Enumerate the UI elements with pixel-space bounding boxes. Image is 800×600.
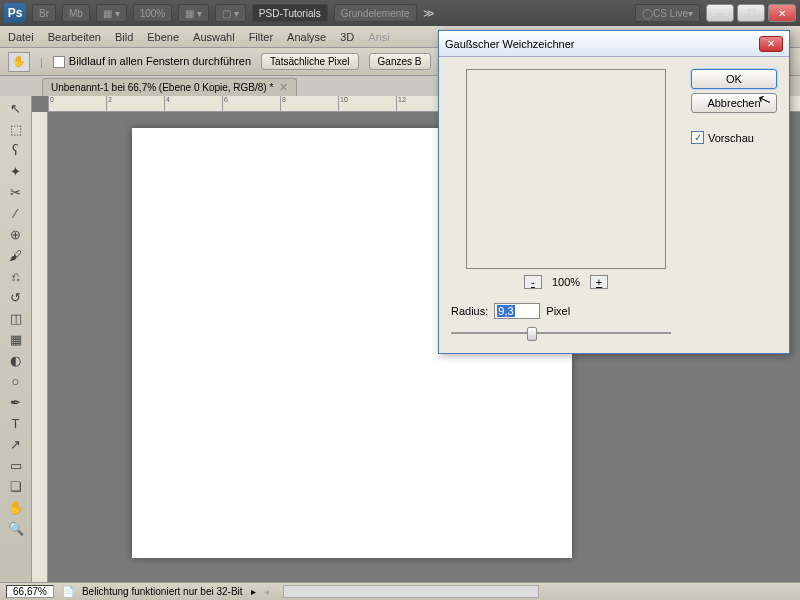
wand-tool[interactable]: ✦ [4, 161, 28, 181]
more-icon[interactable]: ≫ [423, 7, 435, 20]
menu-bearbeiten[interactable]: Bearbeiten [48, 31, 101, 43]
history-brush-tool[interactable]: ↺ [4, 287, 28, 307]
workspace-tab-1[interactable]: PSD-Tutorials [252, 4, 328, 22]
extras-button[interactable]: ▦ ▾ [96, 4, 127, 22]
eraser-tool[interactable]: ◫ [4, 308, 28, 328]
marquee-tool[interactable]: ⬚ [4, 119, 28, 139]
hand-tool-icon[interactable]: ✋ [8, 52, 30, 72]
hscrollbar[interactable] [283, 585, 540, 598]
status-zoom[interactable]: 66,67% [6, 585, 54, 598]
ruler-vertical [32, 112, 48, 582]
radius-input[interactable]: 9,3 [494, 303, 540, 319]
type-tool[interactable]: T [4, 413, 28, 433]
preview-label: Vorschau [708, 132, 754, 144]
gaussian-blur-dialog: Gaußscher Weichzeichner ✕ - 100% + Radiu… [438, 30, 790, 354]
brush-tool[interactable]: 🖌 [4, 245, 28, 265]
tab-close-icon[interactable]: ✕ [279, 81, 288, 94]
app-titlebar: Ps Br Mb ▦ ▾ 100% ▦ ▾ ▢ ▾ PSD-Tutorials … [0, 0, 800, 26]
menu-datei[interactable]: Datei [8, 31, 34, 43]
workspace-tab-2[interactable]: Grundelemente [334, 4, 417, 22]
arrange-button[interactable]: ▦ ▾ [178, 4, 209, 22]
move-tool[interactable]: ↖ [4, 98, 28, 118]
zoom-in-button[interactable]: + [590, 275, 608, 289]
screenmode-button[interactable]: ▢ ▾ [215, 4, 246, 22]
menu-ebene[interactable]: Ebene [147, 31, 179, 43]
minimize-button[interactable]: — [706, 4, 734, 22]
dodge-tool[interactable]: ○ [4, 371, 28, 391]
dialog-title: Gaußscher Weichzeichner [445, 38, 574, 50]
radius-unit: Pixel [546, 305, 570, 317]
preview-zoom: 100% [552, 276, 580, 288]
blur-tool[interactable]: ◐ [4, 350, 28, 370]
menu-ansicht[interactable]: Ansi [368, 31, 389, 43]
preview-checkbox[interactable]: ✓ [691, 131, 704, 144]
3d-tool[interactable]: ❏ [4, 476, 28, 496]
stamp-tool[interactable]: ⎌ [4, 266, 28, 286]
menu-3d[interactable]: 3D [340, 31, 354, 43]
preview-box[interactable] [466, 69, 666, 269]
ps-logo: Ps [4, 3, 26, 23]
status-arrow-icon[interactable]: ▸ [251, 586, 256, 597]
zoom-tool[interactable]: 🔍 [4, 518, 28, 538]
radius-slider[interactable] [451, 325, 671, 341]
heal-tool[interactable]: ⊕ [4, 224, 28, 244]
shape-tool[interactable]: ▭ [4, 455, 28, 475]
toolbox: ↖ ⬚ ʕ ✦ ✂ ⁄ ⊕ 🖌 ⎌ ↺ ◫ ▦ ◐ ○ ✒ T ↗ ▭ ❏ ✋ … [0, 96, 32, 582]
status-bar: 66,67% 📄 Belichtung funktioniert nur bei… [0, 582, 800, 600]
path-tool[interactable]: ↗ [4, 434, 28, 454]
dialog-close-button[interactable]: ✕ [759, 36, 783, 52]
hand-tool[interactable]: ✋ [4, 497, 28, 517]
tab-title: Unbenannt-1 bei 66,7% (Ebene 0 Kopie, RG… [51, 82, 273, 93]
cslive-button[interactable]: ◯ CS Live ▾ [635, 4, 700, 22]
status-doc-icon[interactable]: 📄 [62, 586, 74, 597]
maximize-button[interactable]: ☐ [737, 4, 765, 22]
crop-tool[interactable]: ✂ [4, 182, 28, 202]
zoom-out-button[interactable]: - [524, 275, 542, 289]
ok-button[interactable]: OK [691, 69, 777, 89]
cancel-button[interactable]: Abbrechen [691, 93, 777, 113]
dialog-titlebar[interactable]: Gaußscher Weichzeichner ✕ [439, 31, 789, 57]
document-tab[interactable]: Unbenannt-1 bei 66,7% (Ebene 0 Kopie, RG… [42, 78, 297, 96]
fit-screen-button[interactable]: Ganzes B [369, 53, 431, 70]
slider-thumb[interactable] [527, 327, 537, 341]
eyedropper-tool[interactable]: ⁄ [4, 203, 28, 223]
actual-pixels-button[interactable]: Tatsächliche Pixel [261, 53, 358, 70]
gradient-tool[interactable]: ▦ [4, 329, 28, 349]
status-message: Belichtung funktioniert nur bei 32-Bit [82, 586, 243, 597]
bridge-button[interactable]: Br [32, 4, 56, 22]
menu-filter[interactable]: Filter [249, 31, 273, 43]
menu-auswahl[interactable]: Auswahl [193, 31, 235, 43]
menu-bild[interactable]: Bild [115, 31, 133, 43]
close-button[interactable]: ✕ [768, 4, 796, 22]
menu-analyse[interactable]: Analyse [287, 31, 326, 43]
scroll-all-checkbox[interactable]: Bildlauf in allen Fenstern durchführen [53, 55, 251, 68]
zoom-level[interactable]: 100% [133, 4, 173, 22]
lasso-tool[interactable]: ʕ [4, 140, 28, 160]
minibridge-button[interactable]: Mb [62, 4, 90, 22]
pen-tool[interactable]: ✒ [4, 392, 28, 412]
radius-label: Radius: [451, 305, 488, 317]
